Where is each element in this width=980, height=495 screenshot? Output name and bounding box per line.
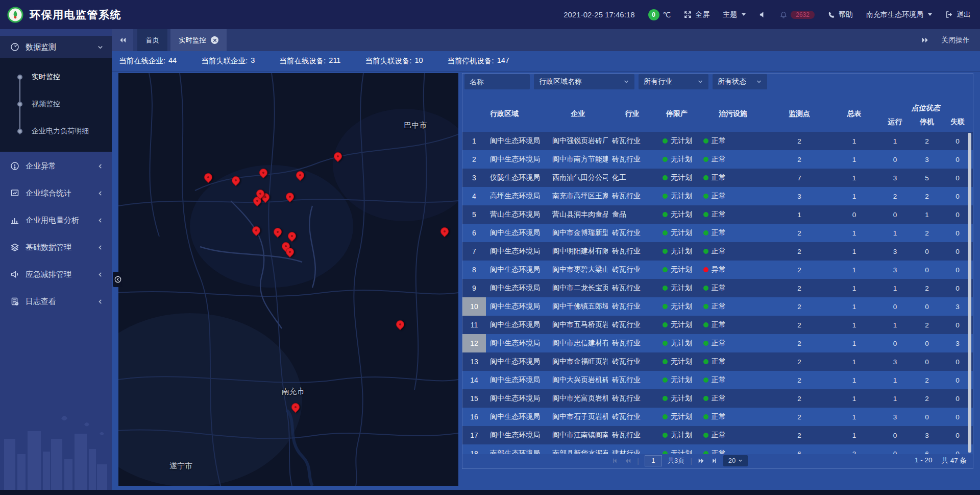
col-facility: 治污设施 <box>697 96 769 132</box>
row-stopped: 0 <box>912 340 942 347</box>
table-row[interactable]: 1 阆中生态环境局 阆中强锐页岩砖厂 砖瓦行业 无计划 正常 2 1 1 <box>462 132 973 150</box>
row-industry: 砖瓦行业 <box>608 320 656 329</box>
sidebar-subitem[interactable]: 视频监控 <box>0 90 112 117</box>
row-running: 1 <box>878 376 912 384</box>
log-icon <box>10 297 19 306</box>
sidebar-subitem[interactable]: 实时监控 <box>0 63 112 90</box>
table-row[interactable]: 7 阆中生态环境局 阆中明阳建材有限公司 砖瓦行业 无计划 正常 2 1 3 <box>462 242 973 261</box>
table-row[interactable]: 11 阆中生态环境局 阆中市五马桥页岩机砖 砖瓦行业 无计划 正常 2 1 1 <box>462 316 973 334</box>
close-operations-button[interactable]: 关闭操作 <box>941 36 970 45</box>
row-meters: 1 <box>830 340 878 347</box>
status-dot-icon <box>663 414 668 419</box>
bullet-dot-icon <box>17 129 22 134</box>
table-row[interactable]: 4 高坪生态环境局 南充市高坪区王家店建 砖瓦行业 无计划 正常 3 1 2 <box>462 187 973 205</box>
fullscreen-button[interactable]: 全屏 <box>684 10 709 19</box>
sidebar-item-emergency-reduction[interactable]: 应急减排管理 <box>0 262 112 287</box>
help-button[interactable]: 帮助 <box>828 10 853 19</box>
table-row[interactable]: 2 阆中生态环境局 阆中市南方节能建材有 砖瓦行业 无计划 正常 2 1 0 <box>462 150 973 169</box>
row-stopped: 2 <box>912 137 942 145</box>
table-scrollbar[interactable] <box>968 133 971 453</box>
sidebar-item-enterprise-abnormal[interactable]: 企业异常 <box>0 153 112 179</box>
row-limit-status: 无计划 <box>656 412 697 421</box>
status-select[interactable]: 所有状态 <box>713 74 767 89</box>
row-region: 仪陇生态环境局 <box>486 173 548 182</box>
row-stopped: 2 <box>912 376 942 384</box>
table-row[interactable]: 10 阆中生态环境局 阆中千佛镇五郎垭页岩 砖瓦行业 无计划 正常 2 1 0 <box>462 297 973 316</box>
status-dot-icon <box>703 341 708 346</box>
row-running: 3 <box>878 248 912 255</box>
row-running: 0 <box>878 211 912 219</box>
close-icon[interactable] <box>211 36 218 44</box>
row-index: 15 <box>462 389 486 408</box>
row-industry: 砖瓦行业 <box>608 192 656 201</box>
sidebar-item-base-data[interactable]: 基础数据管理 <box>0 234 112 260</box>
sidebar-item-data-monitoring[interactable]: 数据监测 <box>0 36 112 58</box>
row-facility-status: 正常 <box>697 431 769 440</box>
row-points: 2 <box>769 395 830 403</box>
table-row[interactable]: 8 阆中生态环境局 阆中市枣碧大梁山页岩 砖瓦行业 无计划 异常 2 1 3 <box>462 261 973 279</box>
row-industry: 砖瓦行业 <box>608 284 656 293</box>
row-limit-status: 无计划 <box>656 228 697 238</box>
table-row[interactable]: 9 阆中生态环境局 阆中市二龙长宝页岩砖 砖瓦行业 无计划 正常 2 1 1 <box>462 279 973 297</box>
sidebar-item-log-view[interactable]: 日志查看 <box>0 289 112 314</box>
stat-label: 当前在线企业: <box>119 56 165 66</box>
sidebar-item-enterprise-statistics[interactable]: 企业综合统计 <box>0 180 112 206</box>
last-page-button[interactable] <box>710 457 718 464</box>
row-index: 12 <box>462 334 486 352</box>
expand-tabs-button[interactable] <box>921 36 929 44</box>
sidebar-subitem-label: 视频监控 <box>32 100 60 109</box>
row-running: 0 <box>878 432 912 439</box>
first-page-button[interactable] <box>611 457 619 464</box>
chart-icon <box>10 216 19 225</box>
stat-label: 当前停机设备: <box>448 56 494 66</box>
sidebar-subitem[interactable]: 企业电力负荷明细 <box>0 117 112 145</box>
app-header: 环保用电监管系统 2021-02-25 17:46:18 0 ℃ 全屏 主题 2… <box>0 0 980 29</box>
status-dot-icon <box>663 194 668 199</box>
row-industry: 砖瓦行业 <box>608 247 656 256</box>
table-row[interactable]: 16 阆中生态环境局 阆中市石子页岩机砖厂 砖瓦行业 无计划 正常 2 1 3 <box>462 408 973 426</box>
name-search-input[interactable] <box>464 74 530 89</box>
temperature: 0 ℃ <box>648 9 671 20</box>
pagination-bar: | 共3页 | 20 1 - 20 共 47 条 <box>462 453 973 468</box>
row-running: 3 <box>878 266 912 274</box>
table-row[interactable]: 13 阆中生态环境局 阆中市金福旺页岩机砖 砖瓦行业 无计划 正常 2 1 3 <box>462 352 973 371</box>
table-row[interactable]: 12 阆中生态环境局 阆中市忠信建材有限公 砖瓦行业 无计划 正常 2 1 0 <box>462 334 973 352</box>
table-row[interactable]: 17 阆中生态环境局 阆中市江南镇阆南页岩 砖瓦行业 无计划 正常 2 1 0 <box>462 426 973 444</box>
row-points: 2 <box>769 340 830 347</box>
next-page-button[interactable] <box>698 457 705 464</box>
notifications[interactable]: 2632 <box>780 11 815 19</box>
row-company: 阆中市枣碧大梁山页岩 <box>548 265 608 274</box>
theme-dropdown[interactable]: 主题 <box>723 10 746 19</box>
status-dot-icon <box>703 322 708 327</box>
region-select[interactable]: 行政区域名称 <box>534 74 634 89</box>
page-size-select[interactable]: 20 <box>723 455 748 466</box>
panel-collapse-handle[interactable] <box>113 272 122 287</box>
caret-down-icon <box>928 13 932 16</box>
table-row[interactable]: 6 阆中生态环境局 阆中市金博瑞新型墙材 砖瓦行业 无计划 正常 2 1 1 <box>462 224 973 242</box>
tab-home[interactable]: 首页 <box>137 29 167 51</box>
page-number-input[interactable] <box>645 455 662 466</box>
org-dropdown[interactable]: 南充市生态环境局 <box>866 10 932 19</box>
row-region: 阆中生态环境局 <box>486 357 548 366</box>
map-canvas[interactable]: 巴中市 南充市 遂宁市 <box>118 73 458 486</box>
row-index: 5 <box>462 205 486 224</box>
exit-button[interactable]: 退出 <box>945 10 971 19</box>
tab-realtime-monitor[interactable]: 实时监控 <box>170 29 227 51</box>
row-limit-status: 无计划 <box>656 210 697 219</box>
mute-button[interactable] <box>759 11 767 18</box>
chevron-left-icon <box>97 163 104 170</box>
row-points: 2 <box>769 248 830 255</box>
prev-page-button[interactable] <box>624 457 631 464</box>
row-points: 2 <box>769 432 830 439</box>
table-row[interactable]: 14 阆中生态环境局 阆中大兴页岩机砖厂 砖瓦行业 无计划 正常 2 1 1 <box>462 371 973 389</box>
row-meters: 1 <box>830 193 878 200</box>
collapse-tabs-button[interactable] <box>112 29 133 51</box>
phone-icon <box>828 11 835 18</box>
table-row[interactable]: 5 营山生态环境局 营山县润丰肉食品有限 食品 无计划 正常 1 0 0 <box>462 205 973 224</box>
temperature-unit: ℃ <box>663 11 671 19</box>
table-row[interactable]: 3 仪陇生态环境局 西南油气田分公司川中 化工 无计划 正常 7 1 3 <box>462 169 973 187</box>
table-row[interactable]: 15 阆中生态环境局 阆中市光富页岩机砖厂 砖瓦行业 无计划 正常 2 1 1 <box>462 389 973 408</box>
sidebar-item-electricity-analysis[interactable]: 企业用电量分析 <box>0 207 112 233</box>
stat-value: 211 <box>329 56 340 66</box>
industry-select[interactable]: 所有行业 <box>639 74 708 89</box>
